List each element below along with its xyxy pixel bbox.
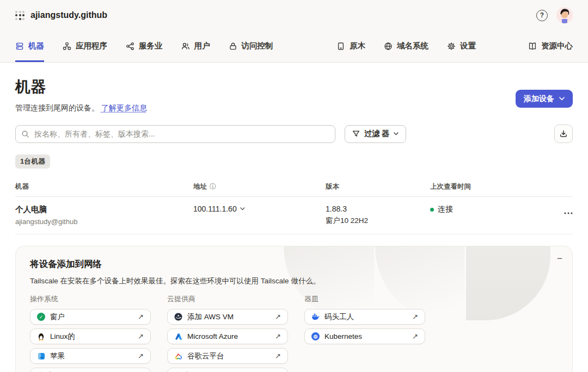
filter-button[interactable]: 过滤 器 <box>345 125 406 143</box>
connect-azure-button[interactable]: Microsoft Azure ↗ <box>167 328 288 344</box>
item-label: Microsoft Azure <box>187 332 238 340</box>
row-actions-menu[interactable] <box>564 204 573 216</box>
search-icon <box>21 130 29 138</box>
nav-tab-machines[interactable]: 机器 <box>15 30 44 62</box>
item-label: 苹果 <box>50 351 65 361</box>
lock-icon <box>229 42 237 51</box>
connect-google-cloud-button[interactable]: 谷歌云平台 ↗ <box>167 348 288 364</box>
learn-more-link[interactable]: 了解更多信息 <box>101 103 147 112</box>
windows-check-icon: ✓ <box>37 313 45 321</box>
machines-table-header: 机器 地址 ⓘ 版本 上次查看时间 <box>15 182 573 197</box>
nav-tab-users[interactable]: 用户 <box>181 30 210 62</box>
external-link-icon: ↗ <box>412 313 418 321</box>
services-icon <box>126 42 134 51</box>
search-input[interactable] <box>15 125 335 143</box>
aws-icon: a <box>174 313 182 321</box>
machine-count-badge: 1台机器 <box>15 154 50 169</box>
item-label: 码头工人 <box>324 312 354 322</box>
logs-icon <box>336 42 345 51</box>
nav-tab-label: 资源中心 <box>541 41 573 51</box>
azure-icon <box>174 332 182 340</box>
col-header-machine: 机器 <box>15 182 193 191</box>
user-avatar[interactable] <box>556 7 573 23</box>
nav-tab-logs[interactable]: 原木 <box>336 30 365 62</box>
machine-row: 个人电脑 ajiangstudy@github 100.111.1.60 1.8… <box>15 197 573 234</box>
chevron-down-icon <box>394 132 399 135</box>
add-devices-card: − 将设备添加到网络 Tailscale 在安装在多个设备上时效果最佳。探索在这… <box>15 246 573 372</box>
info-icon[interactable]: ⓘ <box>210 182 216 191</box>
item-label: Kubernetes <box>324 332 362 340</box>
machine-owner: ajiangstudy@github <box>15 218 193 226</box>
add-aws-vm-button[interactable]: a 添加 AWS VM ↗ <box>167 309 288 325</box>
item-label: Linux的 <box>50 332 75 342</box>
machines-toolbar: 过滤 器 <box>15 125 573 143</box>
page-subtitle: 管理连接到尾网的设备。 了解更多信息 <box>15 103 147 113</box>
nav-tab-label: 应用程序 <box>76 41 107 51</box>
docker-icon <box>311 313 320 321</box>
item-label: 谷歌云平台 <box>187 351 224 361</box>
nav-tab-label: 服务业 <box>139 41 163 51</box>
nav-tab-access-controls[interactable]: 访问控制 <box>229 30 273 62</box>
machine-name[interactable]: 个人电脑 <box>15 204 193 215</box>
col-header-address: 地址 ⓘ <box>193 182 326 191</box>
nav-tab-dns[interactable]: 域名系统 <box>384 30 428 62</box>
nav-tab-services[interactable]: 服务业 <box>126 30 163 62</box>
funnel-icon <box>352 130 360 138</box>
connect-apple-button[interactable]: 苹果 ↗ <box>30 348 151 364</box>
connect-docker-button[interactable]: 码头工人 ↗ <box>304 309 425 325</box>
filter-label: 过滤 器 <box>364 129 389 139</box>
card-description: Tailscale 在安装在多个设备上时效果最佳。探索在这些环境中可以使用 Ta… <box>30 276 558 286</box>
machine-version: 1.88.3 <box>326 204 430 213</box>
ellipsis-icon <box>564 212 573 214</box>
users-icon <box>181 42 190 51</box>
gear-icon <box>447 42 456 51</box>
chevron-down-icon <box>559 97 565 101</box>
add-device-button[interactable]: 添加设备 <box>516 90 573 108</box>
address-header-label: 地址 <box>193 182 207 191</box>
nav-tab-label: 设置 <box>460 41 476 51</box>
cloud-view-more-button[interactable]: 查看更多 ↗ <box>167 368 288 372</box>
column-label: 器皿 <box>304 294 425 304</box>
add-device-label: 添加设备 <box>524 94 554 104</box>
nav-tab-label: 访问控制 <box>242 41 273 51</box>
os-view-more-button[interactable]: 查看更多 ↗ <box>30 368 151 372</box>
connect-kubernetes-button[interactable]: ☸ Kubernetes ↗ <box>304 328 425 344</box>
machines-icon <box>15 42 24 51</box>
containers-column: 器皿 码头工人 ↗ ☸ Kubernetes ↗ <box>304 294 425 372</box>
nav-tab-settings[interactable]: 设置 <box>447 30 476 62</box>
col-header-last-seen: 上次查看时间 <box>430 182 553 191</box>
nav-tab-apps[interactable]: 应用程序 <box>63 30 107 62</box>
kubernetes-icon: ☸ <box>311 332 320 340</box>
google-cloud-icon <box>174 352 182 360</box>
col-header-version: 版本 <box>326 182 430 191</box>
collapse-card-button[interactable]: − <box>557 254 562 263</box>
item-label: 窗户 <box>50 312 65 322</box>
machine-address-dropdown[interactable]: 100.111.1.60 <box>193 204 326 213</box>
book-icon <box>528 42 537 51</box>
nav-tab-label: 机器 <box>28 41 44 51</box>
chevron-down-icon <box>240 207 245 210</box>
tailscale-logo-icon <box>15 11 24 20</box>
status-connected-dot <box>430 208 434 212</box>
machine-status: 连接 <box>430 204 553 214</box>
external-link-icon: ↗ <box>138 332 144 340</box>
nav-tab-resource-center[interactable]: 资源中心 <box>528 30 573 62</box>
apple-blue-icon <box>37 352 45 360</box>
nav-tab-label: 原木 <box>350 41 365 51</box>
os-column: 操作系统 ✓ 窗户 ↗ Linux的 ↗ <box>30 294 151 372</box>
help-icon[interactable]: ? <box>536 10 548 21</box>
machine-address: 100.111.1.60 <box>193 204 237 213</box>
tailnet-title: ajiangstudy.github <box>30 10 107 20</box>
download-machines-button[interactable] <box>554 125 573 143</box>
external-link-icon: ↗ <box>138 313 144 321</box>
main-content: 机器 管理连接到尾网的设备。 了解更多信息 添加设备 过滤 器 <box>0 77 588 372</box>
linux-tux-icon <box>37 332 45 340</box>
connect-windows-button[interactable]: ✓ 窗户 ↗ <box>30 309 151 325</box>
column-label: 云提供商 <box>167 294 288 304</box>
item-label: 添加 AWS VM <box>187 312 234 322</box>
external-link-icon: ↗ <box>138 352 144 360</box>
connect-linux-button[interactable]: Linux的 ↗ <box>30 328 151 344</box>
external-link-icon: ↗ <box>275 352 281 360</box>
external-link-icon: ↗ <box>275 332 281 340</box>
column-label: 操作系统 <box>30 294 151 304</box>
